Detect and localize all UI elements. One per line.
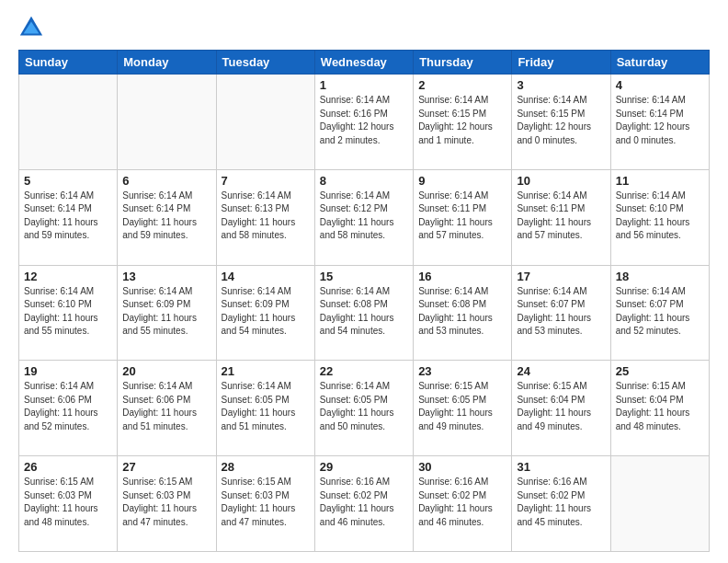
table-row: 10Sunrise: 6:14 AM Sunset: 6:11 PM Dayli… <box>512 169 610 265</box>
day-info: Sunrise: 6:14 AM Sunset: 6:08 PM Dayligh… <box>320 285 408 339</box>
table-row: 5Sunrise: 6:14 AM Sunset: 6:14 PM Daylig… <box>19 169 118 265</box>
col-friday: Friday <box>512 51 610 75</box>
day-info: Sunrise: 6:16 AM Sunset: 6:02 PM Dayligh… <box>320 476 408 529</box>
day-info: Sunrise: 6:14 AM Sunset: 6:15 PM Dayligh… <box>418 94 506 147</box>
col-wednesday: Wednesday <box>314 51 413 75</box>
day-info: Sunrise: 6:15 AM Sunset: 6:04 PM Dayligh… <box>616 380 704 433</box>
day-number: 13 <box>122 270 210 283</box>
table-row: 31Sunrise: 6:16 AM Sunset: 6:02 PM Dayli… <box>512 456 610 552</box>
day-number: 19 <box>24 364 112 378</box>
table-row: 22Sunrise: 6:14 AM Sunset: 6:05 PM Dayli… <box>314 361 413 456</box>
day-number: 21 <box>222 364 310 378</box>
day-info: Sunrise: 6:14 AM Sunset: 6:06 PM Dayligh… <box>24 380 112 433</box>
day-number: 12 <box>24 270 112 283</box>
day-info: Sunrise: 6:14 AM Sunset: 6:08 PM Dayligh… <box>418 285 506 339</box>
day-info: Sunrise: 6:14 AM Sunset: 6:09 PM Dayligh… <box>222 285 310 339</box>
col-tuesday: Tuesday <box>216 51 314 75</box>
table-row: 17Sunrise: 6:14 AM Sunset: 6:07 PM Dayli… <box>512 265 610 361</box>
day-info: Sunrise: 6:14 AM Sunset: 6:14 PM Dayligh… <box>24 190 112 243</box>
table-row: 16Sunrise: 6:14 AM Sunset: 6:08 PM Dayli… <box>414 265 512 361</box>
day-number: 25 <box>616 364 704 378</box>
day-number: 26 <box>24 460 112 474</box>
day-number: 7 <box>222 174 310 188</box>
table-row: 19Sunrise: 6:14 AM Sunset: 6:06 PM Dayli… <box>19 361 118 456</box>
day-number: 24 <box>517 364 605 378</box>
day-number: 27 <box>122 460 210 474</box>
day-info: Sunrise: 6:14 AM Sunset: 6:07 PM Dayligh… <box>517 285 605 339</box>
day-info: Sunrise: 6:15 AM Sunset: 6:04 PM Dayligh… <box>517 380 605 433</box>
table-row: 28Sunrise: 6:15 AM Sunset: 6:03 PM Dayli… <box>216 456 314 552</box>
day-info: Sunrise: 6:14 AM Sunset: 6:15 PM Dayligh… <box>517 94 605 147</box>
table-row <box>216 75 314 170</box>
day-number: 14 <box>222 270 310 283</box>
header <box>18 15 710 40</box>
day-info: Sunrise: 6:16 AM Sunset: 6:02 PM Dayligh… <box>517 476 605 529</box>
day-number: 29 <box>320 460 408 474</box>
table-row: 15Sunrise: 6:14 AM Sunset: 6:08 PM Dayli… <box>314 265 413 361</box>
table-row: 29Sunrise: 6:16 AM Sunset: 6:02 PM Dayli… <box>314 456 413 552</box>
day-number: 17 <box>517 270 605 283</box>
day-info: Sunrise: 6:15 AM Sunset: 6:03 PM Dayligh… <box>222 476 310 529</box>
day-number: 18 <box>616 270 704 283</box>
day-number: 5 <box>24 174 112 188</box>
day-info: Sunrise: 6:14 AM Sunset: 6:14 PM Dayligh… <box>616 94 704 147</box>
day-number: 20 <box>122 364 210 378</box>
day-info: Sunrise: 6:15 AM Sunset: 6:05 PM Dayligh… <box>418 380 506 433</box>
table-row: 24Sunrise: 6:15 AM Sunset: 6:04 PM Dayli… <box>512 361 610 456</box>
calendar-week-row: 5Sunrise: 6:14 AM Sunset: 6:14 PM Daylig… <box>19 169 710 265</box>
day-info: Sunrise: 6:14 AM Sunset: 6:10 PM Dayligh… <box>616 190 704 243</box>
table-row: 4Sunrise: 6:14 AM Sunset: 6:14 PM Daylig… <box>610 75 709 170</box>
day-number: 2 <box>418 78 506 92</box>
page: Sunday Monday Tuesday Wednesday Thursday… <box>0 0 728 563</box>
col-saturday: Saturday <box>610 51 709 75</box>
day-info: Sunrise: 6:14 AM Sunset: 6:10 PM Dayligh… <box>24 285 112 339</box>
day-info: Sunrise: 6:14 AM Sunset: 6:16 PM Dayligh… <box>320 94 408 147</box>
day-number: 3 <box>517 78 605 92</box>
calendar-week-row: 19Sunrise: 6:14 AM Sunset: 6:06 PM Dayli… <box>19 361 710 456</box>
table-row: 12Sunrise: 6:14 AM Sunset: 6:10 PM Dayli… <box>19 265 118 361</box>
day-number: 15 <box>320 270 408 283</box>
day-info: Sunrise: 6:15 AM Sunset: 6:03 PM Dayligh… <box>122 476 210 529</box>
day-number: 16 <box>418 270 506 283</box>
day-number: 9 <box>418 174 506 188</box>
table-row: 18Sunrise: 6:14 AM Sunset: 6:07 PM Dayli… <box>610 265 709 361</box>
table-row: 25Sunrise: 6:15 AM Sunset: 6:04 PM Dayli… <box>610 361 709 456</box>
day-info: Sunrise: 6:14 AM Sunset: 6:11 PM Dayligh… <box>418 190 506 243</box>
day-number: 31 <box>517 460 605 474</box>
day-info: Sunrise: 6:14 AM Sunset: 6:09 PM Dayligh… <box>122 285 210 339</box>
calendar-week-row: 26Sunrise: 6:15 AM Sunset: 6:03 PM Dayli… <box>19 456 710 552</box>
day-info: Sunrise: 6:14 AM Sunset: 6:13 PM Dayligh… <box>222 190 310 243</box>
day-info: Sunrise: 6:14 AM Sunset: 6:07 PM Dayligh… <box>616 285 704 339</box>
table-row: 6Sunrise: 6:14 AM Sunset: 6:14 PM Daylig… <box>118 169 216 265</box>
table-row: 27Sunrise: 6:15 AM Sunset: 6:03 PM Dayli… <box>118 456 216 552</box>
day-info: Sunrise: 6:14 AM Sunset: 6:14 PM Dayligh… <box>122 190 210 243</box>
table-row: 11Sunrise: 6:14 AM Sunset: 6:10 PM Dayli… <box>610 169 709 265</box>
calendar-week-row: 12Sunrise: 6:14 AM Sunset: 6:10 PM Dayli… <box>19 265 710 361</box>
day-number: 22 <box>320 364 408 378</box>
table-row: 30Sunrise: 6:16 AM Sunset: 6:02 PM Dayli… <box>414 456 512 552</box>
logo-icon <box>18 15 44 40</box>
day-info: Sunrise: 6:14 AM Sunset: 6:11 PM Dayligh… <box>517 190 605 243</box>
day-number: 10 <box>517 174 605 188</box>
day-info: Sunrise: 6:14 AM Sunset: 6:12 PM Dayligh… <box>320 190 408 243</box>
day-number: 28 <box>222 460 310 474</box>
day-info: Sunrise: 6:14 AM Sunset: 6:05 PM Dayligh… <box>320 380 408 433</box>
table-row: 21Sunrise: 6:14 AM Sunset: 6:05 PM Dayli… <box>216 361 314 456</box>
table-row: 9Sunrise: 6:14 AM Sunset: 6:11 PM Daylig… <box>414 169 512 265</box>
day-number: 11 <box>616 174 704 188</box>
table-row: 14Sunrise: 6:14 AM Sunset: 6:09 PM Dayli… <box>216 265 314 361</box>
table-row: 26Sunrise: 6:15 AM Sunset: 6:03 PM Dayli… <box>19 456 118 552</box>
table-row <box>118 75 216 170</box>
day-number: 8 <box>320 174 408 188</box>
day-number: 1 <box>320 78 408 92</box>
table-row: 20Sunrise: 6:14 AM Sunset: 6:06 PM Dayli… <box>118 361 216 456</box>
calendar-table: Sunday Monday Tuesday Wednesday Thursday… <box>18 50 710 552</box>
logo <box>18 15 48 40</box>
table-row: 23Sunrise: 6:15 AM Sunset: 6:05 PM Dayli… <box>414 361 512 456</box>
table-row: 3Sunrise: 6:14 AM Sunset: 6:15 PM Daylig… <box>512 75 610 170</box>
calendar-header-row: Sunday Monday Tuesday Wednesday Thursday… <box>19 51 710 75</box>
table-row <box>19 75 118 170</box>
day-number: 30 <box>418 460 506 474</box>
day-number: 6 <box>122 174 210 188</box>
table-row: 1Sunrise: 6:14 AM Sunset: 6:16 PM Daylig… <box>314 75 413 170</box>
